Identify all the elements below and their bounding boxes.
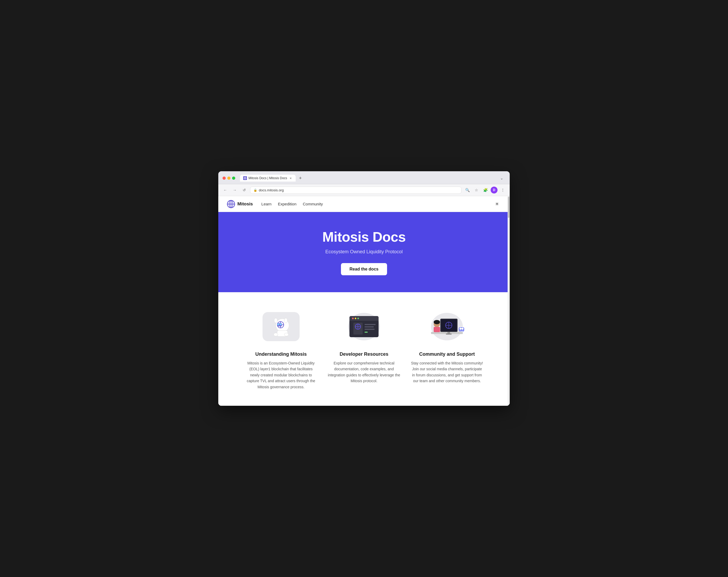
page-wrapper: Mitosis Learn Expedition Community ☀ Mit… [218,196,510,406]
nav-learn[interactable]: Learn [261,202,271,206]
scrollbar[interactable] [508,196,510,406]
svg-rect-23 [349,319,379,321]
svg-point-18 [274,333,278,336]
page-content: Mitosis Learn Expedition Community ☀ Mit… [218,196,510,406]
card-3-description: Stay connected with the Mitosis communit… [411,360,483,384]
svg-rect-34 [365,332,368,333]
security-icon: 🔒 [254,188,257,192]
new-tab-button[interactable]: + [297,174,304,182]
search-icon[interactable]: 🔍 [464,186,471,194]
logo-icon [227,200,235,208]
tab-close-icon[interactable]: ✕ [289,176,292,180]
traffic-lights [223,176,235,180]
svg-rect-31 [365,324,376,325]
card-understanding-mitosis: Understanding Mitosis Mitosis is an Ecos… [245,308,317,390]
scrollbar-thumb[interactable] [508,197,510,218]
more-menu-icon[interactable]: ⋮ [499,186,506,194]
card-1-title: Understanding Mitosis [245,352,317,357]
svg-rect-43 [446,333,452,334]
browser-window: Mitosis Docs | Mitosis Docs ✕ + ⌄ ← → ↺ … [218,171,510,406]
toolbar-actions: 🔍 ☆ 🧩 D ⋮ [464,186,506,194]
svg-point-49 [462,328,464,330]
svg-rect-14 [280,324,282,325]
browser-titlebar: Mitosis Docs | Mitosis Docs ✕ + ⌄ [218,171,510,184]
maximize-button[interactable] [232,176,235,180]
hero-section: Mitosis Docs Ecosystem Owned Liquidity P… [218,212,510,292]
extensions-icon[interactable]: 🧩 [482,186,489,194]
svg-rect-13 [277,324,279,325]
site-navbar: Mitosis Learn Expedition Community ☀ [218,196,510,212]
cards-grid: Understanding Mitosis Mitosis is an Ecos… [245,308,483,390]
tab-bar: Mitosis Docs | Mitosis Docs ✕ + [240,174,495,182]
svg-point-25 [355,318,356,319]
window-menu-button[interactable]: ⌄ [498,174,505,182]
active-tab[interactable]: Mitosis Docs | Mitosis Docs ✕ [240,175,296,182]
card-developer-resources: Developer Resources Explore our comprehe… [328,308,400,390]
logo-text: Mitosis [237,201,253,207]
hero-title: Mitosis Docs [227,229,501,245]
svg-point-19 [284,333,288,336]
svg-point-48 [459,328,462,330]
nav-expedition[interactable]: Expedition [278,202,296,206]
theme-toggle-button[interactable]: ☀ [493,200,501,208]
forward-button[interactable]: → [231,186,238,194]
card-3-illustration [423,308,471,345]
card-2-title: Developer Resources [328,352,400,357]
refresh-button[interactable]: ↺ [240,186,248,194]
svg-rect-33 [365,329,374,330]
read-docs-button[interactable]: Read the docs [341,263,387,275]
url-text: docs.mitosis.org [259,188,284,192]
hero-subtitle: Ecosystem Owned Liquidity Protocol [227,249,501,255]
card-community-support: Community and Support Stay connected wit… [411,308,483,390]
svg-point-15 [274,318,277,323]
browser-toolbar: ← → ↺ 🔒 docs.mitosis.org 🔍 ☆ 🧩 D ⋮ [218,184,510,196]
logo-area[interactable]: Mitosis [227,200,253,208]
profile-button[interactable]: D [491,187,497,193]
card-1-description: Mitosis is an Ecosystem-Owned Liquidity … [245,360,317,390]
address-bar[interactable]: 🔒 docs.mitosis.org [250,187,462,194]
card-2-illustration [340,308,388,345]
card-3-title: Community and Support [411,352,483,357]
svg-point-16 [284,318,287,323]
card-2-description: Explore our comprehensive technical docu… [328,360,400,384]
card-1-illustration [257,308,305,345]
navbar-left: Mitosis Learn Expedition Community [227,200,323,208]
bookmark-icon[interactable]: ☆ [473,186,480,194]
close-button[interactable] [223,176,226,180]
svg-rect-46 [434,327,440,332]
svg-point-45 [434,320,440,324]
cards-section: Understanding Mitosis Mitosis is an Ecos… [218,292,510,406]
tab-favicon [243,176,247,180]
nav-community[interactable]: Community [303,202,323,206]
tab-title: Mitosis Docs | Mitosis Docs [249,176,287,180]
minimize-button[interactable] [227,176,231,180]
svg-point-24 [352,318,354,319]
back-button[interactable]: ← [222,186,229,194]
nav-links: Learn Expedition Community [261,202,323,206]
svg-rect-32 [365,326,374,327]
svg-point-26 [357,318,359,319]
